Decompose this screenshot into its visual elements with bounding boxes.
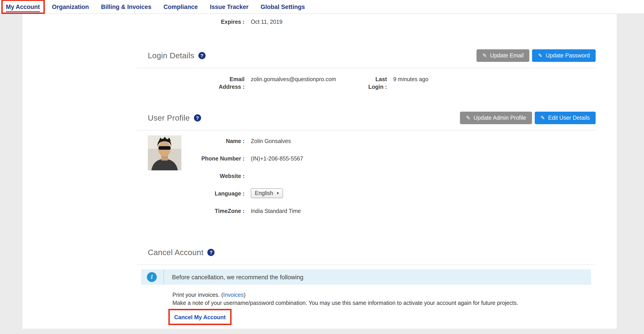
edit-icon: ✎ bbox=[540, 115, 545, 121]
language-select-value: English bbox=[255, 189, 273, 197]
tab-compliance[interactable]: Compliance bbox=[164, 3, 198, 10]
user-profile-title: User Profile bbox=[148, 113, 190, 123]
login-details-buttons: ✎ Update Email ✎ Update Password bbox=[476, 49, 596, 62]
cancel-info-banner-text: Before cancellation, we recommend the fo… bbox=[172, 274, 304, 280]
cancel-account-title-group: Cancel Account ? bbox=[148, 248, 215, 257]
print-invoices-text: Print your invoices. ( bbox=[172, 292, 223, 298]
user-profile-title-group: User Profile ? bbox=[148, 113, 201, 123]
phone-number-value: (IN)+1-206-855-5567 bbox=[251, 155, 303, 163]
tab-my-account-wrap: My Account bbox=[6, 3, 40, 11]
section-divider bbox=[136, 130, 596, 130]
profile-row-website: Website : bbox=[195, 173, 303, 190]
cancel-instructions: Print your invoices. (Invoices) Make a n… bbox=[172, 291, 596, 307]
update-email-label: Update Email bbox=[490, 53, 524, 59]
cancel-account-title: Cancel Account bbox=[148, 248, 204, 257]
edit-icon: ✎ bbox=[466, 115, 470, 121]
cancel-my-account-link[interactable]: Cancel My Account bbox=[174, 314, 226, 320]
login-details-row: Email Address : zolin.gonsalves@question… bbox=[136, 76, 596, 91]
top-navigation: My Account Organization Billing & Invoic… bbox=[0, 0, 644, 14]
edit-icon: ✎ bbox=[482, 53, 487, 59]
timezone-label: TimeZone : bbox=[195, 208, 244, 215]
last-login-label: Last Login : bbox=[354, 76, 387, 91]
email-address-value: zolin.gonsalves@questionpro.com bbox=[251, 76, 354, 83]
annotation-box-cancel: Cancel My Account bbox=[168, 309, 232, 325]
help-icon[interactable]: ? bbox=[198, 52, 206, 59]
login-details-title-group: Login Details ? bbox=[148, 51, 206, 60]
profile-row-phone: Phone Number : (IN)+1-206-855-5567 bbox=[195, 155, 303, 173]
profile-row-language: Language : English ▾ bbox=[195, 190, 303, 208]
name-value: Zolin Gonsalves bbox=[251, 138, 291, 145]
expires-value: Oct 11, 2019 bbox=[251, 18, 282, 26]
edit-user-details-button[interactable]: ✎ Edit User Details bbox=[535, 112, 596, 124]
chevron-down-icon: ▾ bbox=[277, 189, 279, 197]
tab-billing-invoices[interactable]: Billing & Invoices bbox=[101, 3, 151, 10]
user-profile-block: Name : Zolin Gonsalves Phone Number : (I… bbox=[136, 135, 596, 225]
expires-label: Expires : bbox=[136, 18, 244, 26]
user-profile-buttons: ✎ Update Admin Profile ✎ Edit User Detai… bbox=[460, 112, 596, 124]
tab-organization[interactable]: Organization bbox=[52, 3, 89, 10]
account-content: Expires : Oct 11, 2019 Login Details ? ✎… bbox=[136, 14, 596, 325]
cancel-instruction-line2: Make a note of your username/password co… bbox=[172, 299, 596, 307]
update-admin-profile-button[interactable]: ✎ Update Admin Profile bbox=[460, 112, 532, 124]
language-label: Language : bbox=[195, 190, 244, 198]
tab-global-settings[interactable]: Global Settings bbox=[261, 3, 305, 10]
help-icon[interactable]: ? bbox=[208, 249, 215, 256]
login-details-header: Login Details ? ✎ Update Email ✎ Update … bbox=[148, 49, 596, 62]
user-profile-rows: Name : Zolin Gonsalves Phone Number : (I… bbox=[195, 138, 303, 225]
update-password-label: Update Password bbox=[546, 53, 590, 59]
phone-number-label: Phone Number : bbox=[195, 155, 244, 163]
cancel-instruction-line1: Print your invoices. (Invoices) bbox=[172, 291, 596, 299]
update-password-button[interactable]: ✎ Update Password bbox=[532, 49, 596, 62]
login-details-title: Login Details bbox=[148, 51, 194, 60]
profile-row-timezone: TimeZone : India Standard Time bbox=[195, 208, 303, 225]
cancel-account-header: Cancel Account ? bbox=[148, 246, 596, 259]
section-divider bbox=[136, 264, 596, 265]
update-email-button[interactable]: ✎ Update Email bbox=[476, 49, 529, 62]
profile-photo bbox=[148, 135, 182, 170]
user-profile-header: User Profile ? ✎ Update Admin Profile ✎ … bbox=[148, 111, 596, 125]
page: My Account Organization Billing & Invoic… bbox=[0, 0, 644, 334]
name-label: Name : bbox=[195, 138, 244, 145]
language-select[interactable]: English ▾ bbox=[251, 188, 283, 198]
update-admin-profile-label: Update Admin Profile bbox=[474, 115, 526, 121]
section-divider bbox=[136, 68, 596, 68]
timezone-value: India Standard Time bbox=[251, 208, 301, 215]
license-expires-row: Expires : Oct 11, 2019 bbox=[136, 18, 596, 26]
help-icon[interactable]: ? bbox=[194, 114, 201, 122]
last-login-value: 9 minutes ago bbox=[393, 76, 428, 83]
edit-user-details-label: Edit User Details bbox=[548, 115, 590, 121]
cancel-info-banner: i Before cancellation, we recommend the … bbox=[141, 269, 591, 285]
info-icon: i bbox=[147, 272, 157, 282]
tab-issue-tracker[interactable]: Issue Tracker bbox=[210, 3, 248, 10]
banner-divider bbox=[164, 269, 164, 285]
edit-icon: ✎ bbox=[538, 53, 542, 59]
tab-my-account[interactable]: My Account bbox=[6, 4, 40, 10]
website-label: Website : bbox=[195, 173, 244, 180]
email-address-label: Email Address : bbox=[136, 76, 244, 91]
invoices-link[interactable]: Invoices bbox=[223, 292, 244, 298]
print-invoices-text-suffix: ) bbox=[244, 292, 246, 298]
profile-row-name: Name : Zolin Gonsalves bbox=[195, 138, 303, 155]
